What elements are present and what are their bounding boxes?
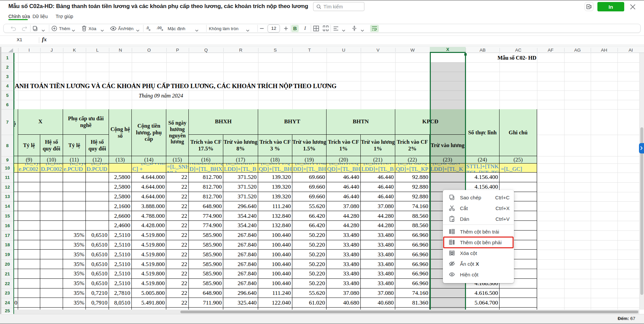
svg-text:.00: .00: [157, 26, 162, 30]
svg-text:.0: .0: [146, 26, 149, 30]
